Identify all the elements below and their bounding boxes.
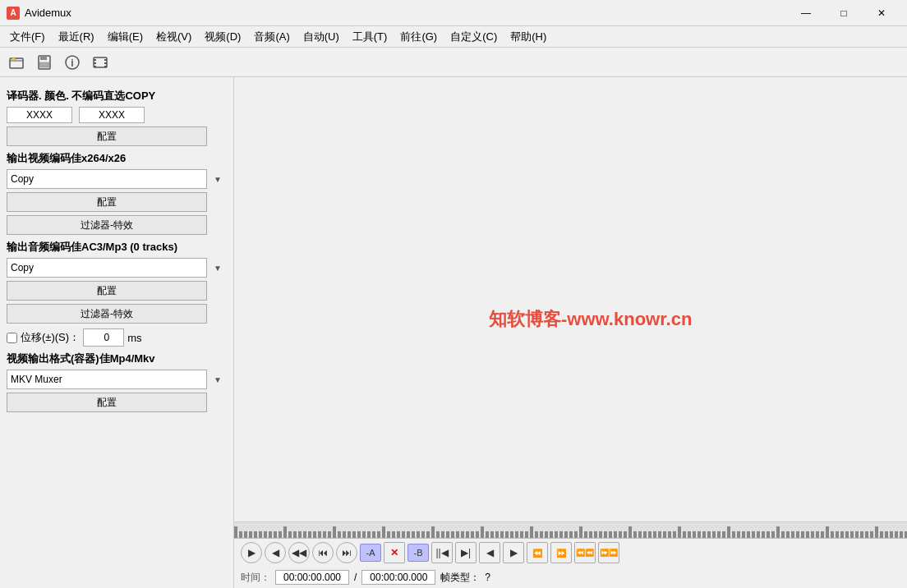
menu-video[interactable]: 视频(D) <box>198 26 247 47</box>
svg-rect-2 <box>40 56 47 60</box>
right-panel: 知软博客-www.knowr.cn <box>234 77 907 588</box>
menu-auto[interactable]: 自动(U) <box>297 26 346 47</box>
menu-help[interactable]: 帮助(H) <box>504 26 553 47</box>
window-title: Avidemux <box>25 7 71 19</box>
decoder-config-button[interactable]: 配置 <box>7 126 207 146</box>
menu-edit[interactable]: 编辑(E) <box>101 26 150 47</box>
cut-left-button[interactable]: ||◀ <box>431 542 453 563</box>
time-separator: / <box>354 572 357 583</box>
audio-encoder-label: 输出音频编码佳AC3/Mp3 (0 tracks) <box>7 240 227 255</box>
prev2-button[interactable]: ◀◀ <box>288 542 310 563</box>
menu-tools[interactable]: 工具(T) <box>346 26 394 47</box>
time-row: 时间： 00:00:00.000 / 00:00:00.000 帧类型： ? <box>234 567 907 588</box>
film-button[interactable] <box>87 51 113 74</box>
minimize-button[interactable]: — <box>787 0 825 26</box>
shift-input[interactable] <box>83 328 124 347</box>
title-bar-left: A Avidemux <box>7 7 71 20</box>
rew100-button[interactable]: ⏪⏪ <box>574 542 596 563</box>
delete-button[interactable]: ✕ <box>384 542 405 563</box>
frame-type-value: ? <box>485 572 490 583</box>
timeline[interactable]: var ticks = ''; for(var i=0;i<200;i++) t… <box>234 522 907 539</box>
info-icon: i <box>64 54 81 71</box>
video-codec-dropdown[interactable]: Copy <box>7 169 207 189</box>
time-total: 00:00:00.000 <box>361 570 435 585</box>
time-label: 时间： <box>241 571 270 585</box>
fastforward-button[interactable]: ⏭ <box>336 542 357 563</box>
audio-codec-dropdown[interactable]: Copy <box>7 258 207 278</box>
prev-button[interactable]: ◀ <box>265 542 286 563</box>
container-config-button[interactable]: 配置 <box>7 393 207 412</box>
open-button[interactable] <box>3 51 30 74</box>
time-current: 00:00:00.000 <box>275 570 349 585</box>
close-button[interactable]: ✕ <box>863 0 900 26</box>
menu-custom[interactable]: 自定义(C) <box>444 26 504 47</box>
svg-rect-8 <box>94 62 96 64</box>
title-bar: A Avidemux — □ ✕ <box>0 0 907 26</box>
container-arrow: ▼ <box>214 375 222 384</box>
video-config-button[interactable]: 配置 <box>7 192 207 212</box>
audio-filter-button[interactable]: 过滤器-特效 <box>7 304 207 324</box>
open-icon <box>8 54 25 71</box>
marker-a-button[interactable]: -A <box>360 544 381 562</box>
shift-row: 位移(±)(S)： ms <box>7 328 227 347</box>
menu-file[interactable]: 文件(F) <box>3 26 52 47</box>
next-cut-button[interactable]: ▶ <box>503 542 524 563</box>
next-frame-button[interactable]: ▶| <box>455 542 477 563</box>
menu-recent[interactable]: 最近(R) <box>52 26 101 47</box>
ff100-button[interactable]: ⏩⏩ <box>598 542 619 563</box>
frame-type-label: 帧类型： <box>440 571 480 585</box>
shift-unit: ms <box>127 332 141 344</box>
codec-box-2: XXXX <box>79 107 145 123</box>
film-icon <box>92 54 108 71</box>
svg-text:i: i <box>71 57 73 69</box>
marker-b-button[interactable]: -B <box>407 544 429 562</box>
video-codec-arrow: ▼ <box>214 175 222 184</box>
video-canvas <box>234 77 907 521</box>
rew10-button[interactable]: ⏪ <box>527 542 548 563</box>
video-area: A: 000000 B: 000000 Selection: 000000 <box>234 77 907 521</box>
svg-rect-11 <box>104 62 107 64</box>
video-filter-button[interactable]: 过滤器-特效 <box>7 215 207 235</box>
svg-rect-12 <box>104 66 107 67</box>
title-controls: — □ ✕ <box>787 0 900 26</box>
svg-rect-3 <box>39 62 49 67</box>
timeline-ticks: var ticks = ''; for(var i=0;i<200;i++) t… <box>234 522 907 538</box>
shift-label: 位移(±)(S)： <box>21 330 80 345</box>
video-encoder-label: 输出视频编码佳x264/x26 <box>7 151 227 166</box>
menu-audio[interactable]: 音频(A) <box>247 26 296 47</box>
audio-config-button[interactable]: 配置 <box>7 281 207 301</box>
menu-goto[interactable]: 前往(G) <box>394 26 444 47</box>
ff10-button[interactable]: ⏩ <box>550 542 572 563</box>
prev-cut-button[interactable]: ◀ <box>479 542 500 563</box>
menu-bar: 文件(F) 最近(R) 编辑(E) 检视(V) 视频(D) 音频(A) 自动(U… <box>0 26 907 48</box>
info-button[interactable]: i <box>59 51 85 74</box>
svg-rect-9 <box>94 66 96 67</box>
container-dropdown[interactable]: MKV Muxer <box>7 370 207 389</box>
audio-codec-wrap: Copy ▼ <box>7 258 227 278</box>
codec-box-1: XXXX <box>7 107 72 123</box>
container-label: 视频输出格式(容器)佳Mp4/Mkv <box>7 351 227 366</box>
app-icon: A <box>7 7 20 20</box>
main-area: 译码器. 颜色. 不编码直选COPY XXXX XXXX 配置 输出视频编码佳x… <box>0 77 907 588</box>
maximize-button[interactable]: □ <box>825 0 863 26</box>
left-panel: 译码器. 颜色. 不编码直选COPY XXXX XXXX 配置 输出视频编码佳x… <box>0 77 234 588</box>
save-icon <box>36 54 53 71</box>
codec-row: XXXX XXXX <box>7 107 227 123</box>
bottom-section: var ticks = ''; for(var i=0;i<200;i++) t… <box>234 521 907 588</box>
shift-checkbox[interactable] <box>7 333 17 343</box>
svg-rect-7 <box>94 59 96 61</box>
svg-rect-10 <box>104 59 107 61</box>
rewind-button[interactable]: ⏮ <box>312 542 334 563</box>
audio-codec-arrow: ▼ <box>214 264 222 273</box>
decoder-label: 译码器. 颜色. 不编码直选COPY <box>7 89 227 103</box>
video-codec-wrap: Copy ▼ <box>7 169 227 189</box>
menu-view[interactable]: 检视(V) <box>150 26 198 47</box>
play-button[interactable]: ▶ <box>241 542 262 563</box>
container-wrap: MKV Muxer ▼ <box>7 370 227 389</box>
toolbar: i <box>0 48 907 77</box>
playback-controls: ▶ ◀ ◀◀ ⏮ ⏭ -A ✕ -B ||◀ ▶| ◀ ▶ ⏪ ⏩ ⏪⏪ ⏩⏩ <box>234 539 907 567</box>
save-button[interactable] <box>31 51 58 74</box>
